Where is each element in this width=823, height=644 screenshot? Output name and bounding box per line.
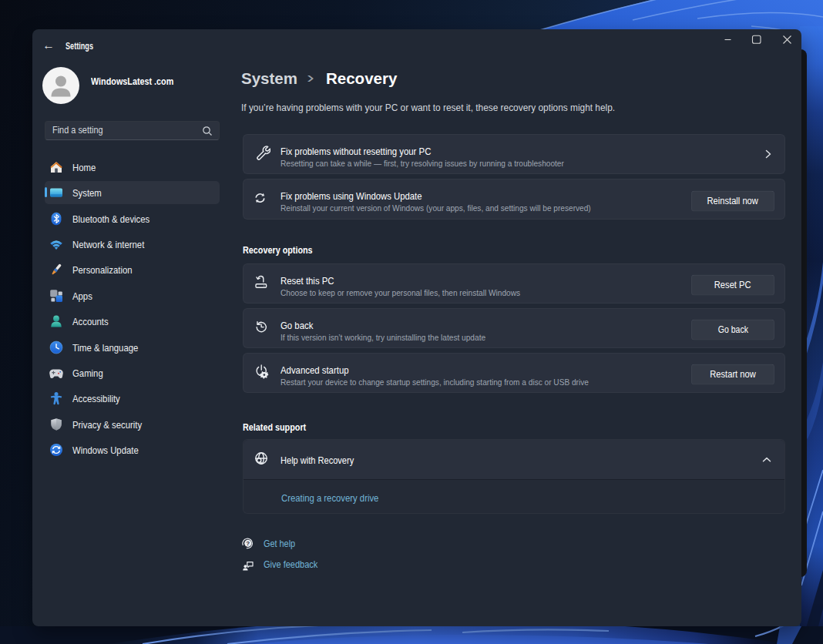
svg-text:?: ? [246, 540, 250, 547]
